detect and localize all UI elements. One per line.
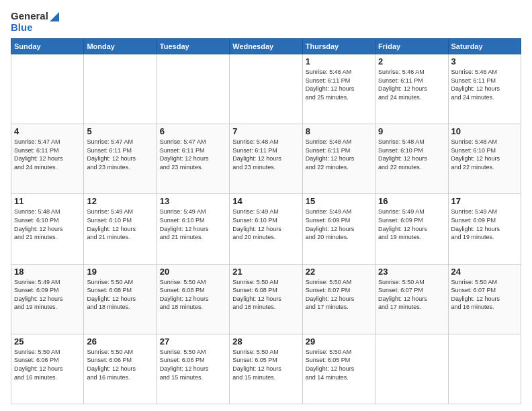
calendar-cell bbox=[11, 54, 84, 124]
calendar-cell: 28Sunrise: 5:50 AM Sunset: 6:05 PM Dayli… bbox=[230, 334, 302, 404]
calendar-cell: 27Sunrise: 5:50 AM Sunset: 6:06 PM Dayli… bbox=[157, 334, 229, 404]
day-info: Sunrise: 5:48 AM Sunset: 6:10 PM Dayligh… bbox=[451, 138, 518, 171]
day-info: Sunrise: 5:48 AM Sunset: 6:10 PM Dayligh… bbox=[378, 138, 445, 171]
logo-text: General Blue bbox=[11, 11, 59, 33]
day-info: Sunrise: 5:49 AM Sunset: 6:10 PM Dayligh… bbox=[87, 208, 153, 241]
day-number: 20 bbox=[160, 267, 226, 277]
day-number: 13 bbox=[160, 196, 226, 206]
calendar-cell: 15Sunrise: 5:49 AM Sunset: 6:09 PM Dayli… bbox=[302, 194, 375, 264]
calendar-cell: 22Sunrise: 5:50 AM Sunset: 6:07 PM Dayli… bbox=[302, 264, 375, 334]
col-header-sunday: Sunday bbox=[11, 39, 84, 54]
day-number: 11 bbox=[14, 196, 81, 206]
logo-blue: Blue bbox=[11, 22, 59, 34]
col-header-saturday: Saturday bbox=[448, 39, 521, 54]
day-info: Sunrise: 5:47 AM Sunset: 6:11 PM Dayligh… bbox=[14, 138, 81, 171]
day-info: Sunrise: 5:50 AM Sunset: 6:06 PM Dayligh… bbox=[14, 348, 81, 381]
calendar-cell: 10Sunrise: 5:48 AM Sunset: 6:10 PM Dayli… bbox=[448, 124, 521, 194]
day-number: 22 bbox=[306, 267, 372, 277]
calendar-cell bbox=[84, 54, 157, 124]
day-number: 14 bbox=[232, 196, 299, 206]
day-number: 4 bbox=[14, 126, 81, 136]
day-info: Sunrise: 5:48 AM Sunset: 6:11 PM Dayligh… bbox=[306, 138, 372, 171]
calendar-cell: 25Sunrise: 5:50 AM Sunset: 6:06 PM Dayli… bbox=[11, 334, 84, 404]
day-number: 17 bbox=[451, 196, 518, 206]
calendar-cell bbox=[230, 54, 302, 124]
day-number: 8 bbox=[306, 126, 372, 136]
col-header-wednesday: Wednesday bbox=[230, 39, 302, 54]
day-info: Sunrise: 5:49 AM Sunset: 6:10 PM Dayligh… bbox=[232, 208, 299, 241]
day-number: 18 bbox=[14, 267, 81, 277]
calendar-cell: 26Sunrise: 5:50 AM Sunset: 6:06 PM Dayli… bbox=[84, 334, 157, 404]
col-header-tuesday: Tuesday bbox=[157, 39, 229, 54]
header-row: SundayMondayTuesdayWednesdayThursdayFrid… bbox=[11, 39, 521, 54]
calendar-cell: 5Sunrise: 5:47 AM Sunset: 6:11 PM Daylig… bbox=[84, 124, 157, 194]
calendar-cell: 8Sunrise: 5:48 AM Sunset: 6:11 PM Daylig… bbox=[302, 124, 375, 194]
day-info: Sunrise: 5:47 AM Sunset: 6:11 PM Dayligh… bbox=[87, 138, 153, 171]
day-number: 16 bbox=[378, 196, 445, 206]
day-info: Sunrise: 5:46 AM Sunset: 6:11 PM Dayligh… bbox=[306, 68, 372, 101]
day-info: Sunrise: 5:50 AM Sunset: 6:05 PM Dayligh… bbox=[306, 348, 372, 381]
day-number: 26 bbox=[87, 336, 153, 347]
week-row-1: 1Sunrise: 5:46 AM Sunset: 6:11 PM Daylig… bbox=[11, 54, 521, 124]
day-info: Sunrise: 5:48 AM Sunset: 6:11 PM Dayligh… bbox=[232, 138, 299, 171]
day-number: 24 bbox=[451, 267, 518, 277]
calendar-cell: 21Sunrise: 5:50 AM Sunset: 6:08 PM Dayli… bbox=[230, 264, 302, 334]
calendar-cell bbox=[448, 334, 521, 404]
calendar-cell: 16Sunrise: 5:49 AM Sunset: 6:09 PM Dayli… bbox=[375, 194, 448, 264]
day-info: Sunrise: 5:47 AM Sunset: 6:11 PM Dayligh… bbox=[160, 138, 226, 171]
day-number: 7 bbox=[232, 126, 299, 136]
day-number: 25 bbox=[14, 336, 81, 347]
day-number: 15 bbox=[306, 196, 372, 206]
calendar-cell: 23Sunrise: 5:50 AM Sunset: 6:07 PM Dayli… bbox=[375, 264, 448, 334]
col-header-thursday: Thursday bbox=[302, 39, 375, 54]
calendar-cell: 3Sunrise: 5:46 AM Sunset: 6:11 PM Daylig… bbox=[448, 54, 521, 124]
day-info: Sunrise: 5:50 AM Sunset: 6:08 PM Dayligh… bbox=[160, 278, 226, 312]
day-info: Sunrise: 5:50 AM Sunset: 6:06 PM Dayligh… bbox=[87, 348, 153, 381]
calendar-table: SundayMondayTuesdayWednesdayThursdayFrid… bbox=[11, 38, 521, 404]
week-row-2: 4Sunrise: 5:47 AM Sunset: 6:11 PM Daylig… bbox=[11, 124, 521, 194]
calendar-cell: 18Sunrise: 5:49 AM Sunset: 6:09 PM Dayli… bbox=[11, 264, 84, 334]
day-info: Sunrise: 5:49 AM Sunset: 6:09 PM Dayligh… bbox=[451, 208, 518, 241]
calendar-cell: 19Sunrise: 5:50 AM Sunset: 6:08 PM Dayli… bbox=[84, 264, 157, 334]
day-info: Sunrise: 5:46 AM Sunset: 6:11 PM Dayligh… bbox=[451, 68, 518, 101]
day-number: 9 bbox=[378, 126, 445, 136]
day-info: Sunrise: 5:50 AM Sunset: 6:06 PM Dayligh… bbox=[160, 348, 226, 381]
calendar-cell: 17Sunrise: 5:49 AM Sunset: 6:09 PM Dayli… bbox=[448, 194, 521, 264]
calendar-cell: 20Sunrise: 5:50 AM Sunset: 6:08 PM Dayli… bbox=[157, 264, 229, 334]
logo: General Blue bbox=[11, 11, 59, 33]
day-info: Sunrise: 5:49 AM Sunset: 6:09 PM Dayligh… bbox=[378, 208, 445, 241]
page: General Blue SundayMondayTuesdayWednesda… bbox=[0, 0, 532, 411]
day-info: Sunrise: 5:50 AM Sunset: 6:08 PM Dayligh… bbox=[87, 278, 153, 312]
day-info: Sunrise: 5:46 AM Sunset: 6:11 PM Dayligh… bbox=[378, 68, 445, 101]
calendar-cell: 6Sunrise: 5:47 AM Sunset: 6:11 PM Daylig… bbox=[157, 124, 229, 194]
day-info: Sunrise: 5:49 AM Sunset: 6:09 PM Dayligh… bbox=[306, 208, 372, 241]
day-number: 21 bbox=[232, 267, 299, 277]
week-row-3: 11Sunrise: 5:48 AM Sunset: 6:10 PM Dayli… bbox=[11, 194, 521, 264]
day-number: 6 bbox=[160, 126, 226, 136]
col-header-monday: Monday bbox=[84, 39, 157, 54]
week-row-4: 18Sunrise: 5:49 AM Sunset: 6:09 PM Dayli… bbox=[11, 264, 521, 334]
calendar-cell: 9Sunrise: 5:48 AM Sunset: 6:10 PM Daylig… bbox=[375, 124, 448, 194]
header: General Blue bbox=[11, 11, 521, 33]
day-number: 1 bbox=[306, 56, 372, 66]
day-info: Sunrise: 5:50 AM Sunset: 6:05 PM Dayligh… bbox=[232, 348, 299, 381]
day-number: 5 bbox=[87, 126, 153, 136]
calendar-cell: 29Sunrise: 5:50 AM Sunset: 6:05 PM Dayli… bbox=[302, 334, 375, 404]
calendar-cell bbox=[375, 334, 448, 404]
calendar-cell: 1Sunrise: 5:46 AM Sunset: 6:11 PM Daylig… bbox=[302, 54, 375, 124]
day-number: 29 bbox=[306, 336, 372, 347]
day-number: 12 bbox=[87, 196, 153, 206]
calendar-cell: 14Sunrise: 5:49 AM Sunset: 6:10 PM Dayli… bbox=[230, 194, 302, 264]
day-info: Sunrise: 5:50 AM Sunset: 6:07 PM Dayligh… bbox=[378, 278, 445, 312]
calendar-cell: 7Sunrise: 5:48 AM Sunset: 6:11 PM Daylig… bbox=[230, 124, 302, 194]
day-info: Sunrise: 5:50 AM Sunset: 6:07 PM Dayligh… bbox=[451, 278, 518, 312]
week-row-5: 25Sunrise: 5:50 AM Sunset: 6:06 PM Dayli… bbox=[11, 334, 521, 404]
day-number: 23 bbox=[378, 267, 445, 277]
day-number: 27 bbox=[160, 336, 226, 347]
day-info: Sunrise: 5:49 AM Sunset: 6:09 PM Dayligh… bbox=[14, 278, 81, 312]
calendar-cell bbox=[157, 54, 229, 124]
col-header-friday: Friday bbox=[375, 39, 448, 54]
calendar-cell: 4Sunrise: 5:47 AM Sunset: 6:11 PM Daylig… bbox=[11, 124, 84, 194]
calendar-cell: 11Sunrise: 5:48 AM Sunset: 6:10 PM Dayli… bbox=[11, 194, 84, 264]
svg-marker-0 bbox=[50, 12, 59, 21]
